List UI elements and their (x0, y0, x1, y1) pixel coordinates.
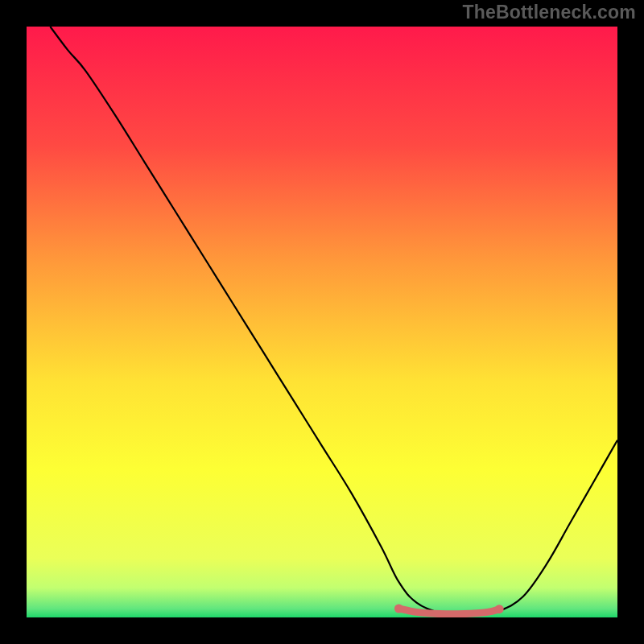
bottleneck-curve (50, 27, 617, 614)
valley-endpoint-left (394, 604, 403, 613)
watermark-text: TheBottleneck.com (462, 2, 636, 23)
plot-area (27, 27, 617, 617)
valley-endpoint-right (495, 605, 504, 613)
flat-valley-highlight (398, 609, 499, 614)
chart-svg (27, 27, 617, 617)
chart-container: TheBottleneck.com (0, 0, 644, 644)
